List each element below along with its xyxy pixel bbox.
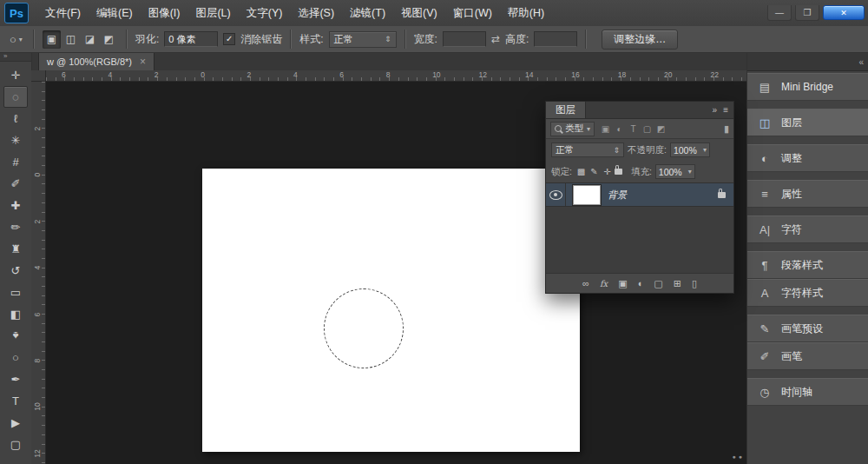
document-canvas[interactable]: [202, 169, 580, 452]
menu-item[interactable]: 滤镜(T): [342, 1, 393, 26]
layer-visibility-toggle[interactable]: [546, 183, 566, 206]
fill-select[interactable]: 100% ▾: [655, 164, 695, 179]
maximize-button[interactable]: ❐: [795, 5, 819, 21]
panel-collapse-icon[interactable]: »: [713, 105, 718, 115]
dock-resize-grip[interactable]: ●●: [733, 454, 745, 460]
add-to-selection-button[interactable]: ◫: [62, 30, 80, 49]
eyedropper-tool[interactable]: ✐: [3, 173, 28, 195]
gradient-tool[interactable]: ◧: [3, 303, 28, 325]
ruler-tick-label: 4: [33, 262, 42, 274]
panel-button-brush-presets[interactable]: ✎ 画笔预设: [747, 315, 868, 342]
panel-button-character-styles[interactable]: A 字符样式: [747, 279, 868, 307]
panel-button-brush[interactable]: ✐ 画笔: [747, 342, 868, 370]
document-tab-title: w @ 100%(RGB/8*): [47, 56, 132, 67]
minimize-button[interactable]: —: [767, 5, 792, 21]
new-layer-icon[interactable]: ⊞: [674, 278, 681, 289]
ruler-tick-label: 20: [664, 70, 710, 79]
intersect-selection-button[interactable]: ◩: [100, 30, 118, 49]
link-layers-icon[interactable]: ∞: [582, 278, 589, 288]
menu-item[interactable]: 视图(V): [393, 1, 445, 26]
ruler-tick-cell: 6: [31, 308, 45, 354]
toolbox-collapse-icon[interactable]: »: [0, 53, 31, 62]
lock-image-pixels-icon[interactable]: ✎: [589, 167, 600, 176]
blend-mode-select[interactable]: 正常 ⇕: [551, 143, 624, 157]
layer-row-background[interactable]: 背景: [546, 182, 733, 207]
document-tab[interactable]: w @ 100%(RGB/8*) ×: [38, 53, 155, 70]
lock-position-icon[interactable]: ✛: [602, 167, 613, 176]
dock-collapse-icon[interactable]: «: [858, 57, 864, 67]
filter-pixel-layers-icon[interactable]: ▣: [600, 124, 611, 134]
layers-list-empty-area[interactable]: [546, 207, 733, 273]
subtract-from-selection-button[interactable]: ◪: [81, 30, 99, 49]
caret-down-icon: ▾: [703, 146, 707, 154]
layer-style-icon[interactable]: fx: [600, 279, 608, 288]
menu-item[interactable]: 帮助(H): [500, 1, 552, 26]
menu-item[interactable]: 选择(S): [290, 1, 342, 26]
blur-tool[interactable]: ♠: [3, 325, 28, 347]
tab-close-icon[interactable]: ×: [140, 56, 146, 67]
new-adjustment-layer-icon[interactable]: ◐: [638, 278, 644, 288]
type-tool[interactable]: T: [3, 390, 28, 412]
lock-all-icon[interactable]: [615, 169, 622, 175]
filter-adjustment-layers-icon[interactable]: ◐: [614, 124, 625, 134]
style-value: 正常: [334, 33, 353, 46]
panel-button-mini-bridge[interactable]: ▤ Mini Bridge: [747, 73, 868, 101]
panel-button-paragraph-styles[interactable]: ¶ 段落样式: [747, 251, 868, 279]
pen-tool[interactable]: ✒: [3, 368, 28, 390]
menu-item[interactable]: 编辑(E): [89, 1, 141, 26]
panel-button-character[interactable]: A| 字符: [747, 215, 868, 243]
lock-transparent-pixels-icon[interactable]: ▩: [575, 167, 587, 176]
panel-menu-icon[interactable]: ≡: [723, 105, 728, 115]
filter-type-layers-icon[interactable]: T: [628, 124, 639, 134]
feather-input[interactable]: [164, 31, 218, 47]
new-group-icon[interactable]: ▢: [654, 278, 662, 289]
horizontal-ruler[interactable]: 6420246810121416182022: [46, 70, 746, 82]
menu-item[interactable]: 图像(I): [141, 1, 188, 26]
layer-filter-toggle[interactable]: ▮: [724, 123, 729, 135]
menu-item[interactable]: 文件(F): [37, 1, 89, 26]
lasso-tool[interactable]: ℓ: [3, 108, 28, 129]
layer-filter-type-select[interactable]: 类型 ▾: [550, 122, 595, 136]
spot-healing-brush-tool[interactable]: ✚: [3, 195, 28, 216]
height-input[interactable]: [534, 31, 577, 47]
eraser-tool[interactable]: ▭: [3, 282, 28, 303]
vertical-ruler[interactable]: 202468101214: [31, 82, 46, 464]
new-selection-button[interactable]: ▣: [43, 30, 61, 49]
panel-button-adjustments[interactable]: ◐ 调整: [747, 144, 868, 172]
antialias-checkbox[interactable]: ✓: [223, 33, 235, 45]
selection-marquee[interactable]: [324, 288, 404, 368]
opacity-select[interactable]: 100% ▾: [670, 143, 710, 157]
menu-item[interactable]: 窗口(W): [445, 1, 500, 26]
brush-tool[interactable]: ✏: [3, 216, 28, 238]
panel-button-layers[interactable]: ◫ 图层: [747, 109, 868, 136]
path-selection-tool[interactable]: ▶: [3, 412, 28, 434]
panel-button-timeline[interactable]: ◷ 时间轴: [747, 378, 868, 406]
layers-panel: 图层 » ≡ 类型 ▾ ▣◐T▢◩ ▮ 正常 ⇕ 不透明度: 100% ▾: [545, 101, 734, 294]
panel-button-properties[interactable]: ≡ 属性: [747, 180, 868, 208]
tool-preset-picker[interactable]: ○ ▾: [7, 32, 25, 47]
history-brush-tool[interactable]: ↺: [3, 260, 28, 282]
style-select[interactable]: 正常 ⇕: [329, 31, 397, 48]
clone-stamp-tool[interactable]: ♜: [3, 238, 28, 260]
quick-selection-tool[interactable]: ✳: [3, 129, 28, 151]
width-input[interactable]: [443, 31, 486, 47]
add-layer-mask-icon[interactable]: ▣: [618, 278, 627, 289]
layer-thumbnail[interactable]: [573, 185, 601, 205]
delete-layer-icon[interactable]: ▯: [692, 278, 697, 289]
ruler-origin-corner[interactable]: [31, 70, 46, 82]
filter-shape-layers-icon[interactable]: ▢: [641, 124, 653, 134]
crop-tool[interactable]: #: [3, 151, 28, 173]
elliptical-marquee-tool[interactable]: ◌: [3, 86, 28, 108]
ruler-tick-label: 8: [33, 355, 42, 366]
layers-panel-tab[interactable]: 图层: [546, 102, 586, 118]
move-tool[interactable]: ✛: [3, 64, 28, 86]
refine-edge-button[interactable]: 调整边缘…: [602, 30, 678, 50]
dodge-tool[interactable]: ○: [3, 347, 28, 368]
shape-tool[interactable]: ▢: [3, 434, 28, 455]
menu-item[interactable]: 图层(L): [187, 1, 238, 26]
close-button[interactable]: ✕: [823, 5, 865, 20]
menu-item[interactable]: 文字(Y): [239, 1, 291, 26]
swap-width-height-icon[interactable]: ⇄: [491, 33, 500, 45]
filter-smart-objects-icon[interactable]: ◩: [655, 124, 667, 134]
ruler-tick-label: 22: [710, 70, 746, 79]
